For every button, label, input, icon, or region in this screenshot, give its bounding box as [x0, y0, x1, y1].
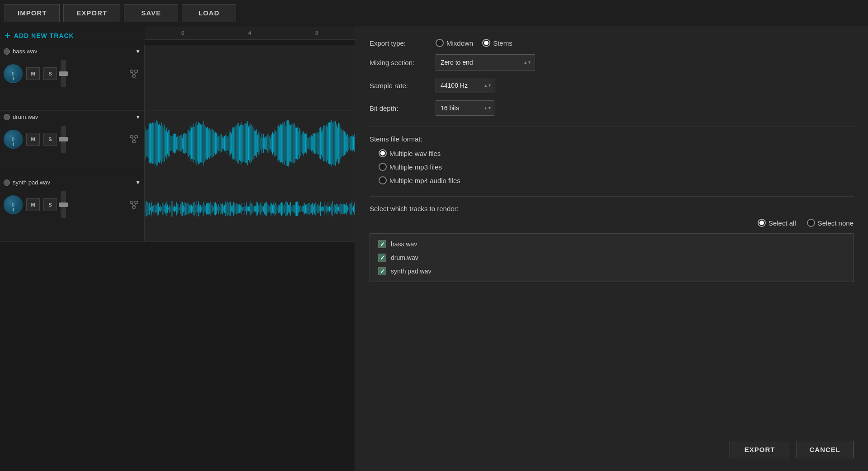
- dialog-cancel-button[interactable]: CANCEL: [797, 441, 854, 458]
- radio-mixdown[interactable]: Mixdown: [436, 39, 473, 47]
- sample-rate-select[interactable]: 22050 Hz 44100 Hz 48000 Hz 96000 Hz: [436, 78, 494, 93]
- track-lower-controls-synth: 0 M S: [4, 191, 141, 218]
- knob-synth[interactable]: 0: [4, 195, 23, 214]
- svg-line-4: [134, 72, 136, 75]
- checkbox-row-synth: synth pad.wav: [378, 267, 845, 275]
- checkbox-bass[interactable]: [378, 240, 386, 248]
- radio-mp4[interactable]: Multiple mp4 audio files: [379, 176, 854, 184]
- track-dropdown-drum[interactable]: ▼: [135, 114, 141, 120]
- routing-button-synth[interactable]: [127, 198, 141, 212]
- bit-depth-label: Bit depth:: [370, 104, 428, 112]
- table-row: drum.wav ▼ 0 M S: [0, 111, 355, 176]
- svg-line-9: [134, 138, 136, 141]
- radio-wav-label: Multiple wav files: [389, 150, 441, 157]
- import-button[interactable]: IMPORT: [5, 4, 60, 22]
- track-selection-box: bass.wav drum.wav synth pad.wav: [370, 233, 854, 282]
- knob-value-drum: 0: [12, 137, 14, 142]
- fader-synth[interactable]: [61, 191, 66, 218]
- table-row: bass.wav ▼ 0 M S: [0, 45, 355, 111]
- track-lower-controls-drum: 0 M S: [4, 126, 141, 153]
- ruler-mark-8: 8: [283, 30, 350, 36]
- svg-rect-12: [133, 206, 135, 208]
- svg-line-8: [132, 138, 134, 141]
- format-options: Multiple wav files Multiple mp3 files Mu…: [379, 149, 854, 184]
- track-name-synth: synth pad.wav: [13, 179, 133, 186]
- radio-wav[interactable]: Multiple wav files: [379, 149, 854, 157]
- save-button[interactable]: SAVE: [124, 4, 178, 22]
- radio-mixdown-label: Mixdown: [446, 39, 473, 47]
- radio-mp3[interactable]: Multiple mp3 files: [379, 163, 854, 171]
- track-controls-synth: synth pad.wav ▼ 0 M S: [0, 176, 145, 241]
- radio-stems[interactable]: Stems: [482, 39, 512, 47]
- export-button[interactable]: EXPORT: [63, 4, 120, 22]
- radio-stems-circle: [482, 39, 490, 47]
- track-name-bass: bass.wav: [13, 48, 133, 55]
- svg-rect-6: [135, 136, 138, 138]
- fader-handle-bass: [59, 71, 68, 76]
- export-type-radio-group: Mixdown Stems: [436, 39, 512, 47]
- mixing-section-select-wrapper: Zero to end Selection Custom: [436, 54, 535, 71]
- bit-depth-row: Bit depth: 8 bits 16 bits 24 bits 32 bit…: [370, 100, 854, 116]
- radio-select-none[interactable]: Select none: [807, 219, 854, 227]
- divider-2: [370, 196, 854, 197]
- ruler-mark-4: 4: [216, 30, 283, 36]
- svg-line-14: [134, 203, 136, 206]
- track-led-drum[interactable]: [4, 114, 10, 120]
- checkbox-drum[interactable]: [378, 254, 386, 262]
- fader-container-bass: [61, 60, 123, 87]
- mixing-section-select[interactable]: Zero to end Selection Custom: [436, 54, 535, 71]
- track-led-bass[interactable]: [4, 48, 10, 55]
- track-dropdown-synth[interactable]: ▼: [135, 179, 141, 186]
- solo-button-synth[interactable]: S: [43, 198, 57, 211]
- waveform-bass: [145, 45, 355, 110]
- track-led-synth[interactable]: [4, 179, 10, 186]
- radio-select-all[interactable]: Select all: [758, 219, 796, 227]
- divider-1: [370, 127, 854, 127]
- tracks-container: bass.wav ▼ 0 M S: [0, 45, 355, 471]
- mute-button-synth[interactable]: M: [26, 198, 40, 211]
- dialog-export-button[interactable]: EXPORT: [730, 441, 790, 458]
- sample-rate-label: Sample rate:: [370, 82, 428, 89]
- track-header-bass: bass.wav ▼: [4, 48, 141, 55]
- svg-rect-2: [133, 75, 135, 77]
- fader-handle-drum: [59, 137, 68, 141]
- routing-button-drum[interactable]: [127, 132, 141, 146]
- checkbox-label-synth: synth pad.wav: [391, 268, 432, 275]
- knob-value-bass: 0: [12, 71, 14, 76]
- svg-line-13: [132, 203, 134, 206]
- export-panel: Export type: Mixdown Stems Mixing sectio…: [355, 26, 868, 471]
- waveform-synth: [145, 176, 355, 241]
- radio-select-all-label: Select all: [768, 219, 796, 227]
- solo-button-bass[interactable]: S: [43, 67, 57, 80]
- fader-bass[interactable]: [61, 60, 66, 87]
- svg-rect-5: [130, 136, 133, 138]
- svg-rect-10: [130, 201, 133, 203]
- mixing-section-label: Mixing section:: [370, 59, 428, 66]
- checkbox-row-bass: bass.wav: [378, 240, 845, 248]
- solo-button-drum[interactable]: S: [43, 133, 57, 146]
- toolbar: IMPORT EXPORT SAVE LOAD: [0, 0, 868, 26]
- mute-button-bass[interactable]: M: [26, 67, 40, 80]
- select-tracks-label: Select which tracks to render:: [370, 205, 854, 212]
- waveform-drum: [145, 111, 355, 176]
- track-dropdown-bass[interactable]: ▼: [135, 48, 141, 55]
- knob-drum[interactable]: 0: [4, 130, 23, 149]
- track-lower-controls-bass: 0 M S: [4, 60, 141, 87]
- radio-mp3-label: Multiple mp3 files: [389, 163, 442, 171]
- load-button[interactable]: LOAD: [182, 4, 236, 22]
- add-track-plus-icon[interactable]: +: [5, 30, 10, 42]
- fader-drum[interactable]: [61, 126, 66, 153]
- knob-bass[interactable]: 0: [4, 64, 23, 83]
- daw-panel: + ADD NEW TRACK 0 4 8 bass.wav ▼: [0, 26, 355, 471]
- checkbox-label-drum: drum.wav: [391, 254, 418, 261]
- ruler-marks: 0 4 8: [149, 30, 350, 36]
- mute-button-drum[interactable]: M: [26, 133, 40, 146]
- mixing-section-row: Mixing section: Zero to end Selection Cu…: [370, 54, 854, 71]
- bit-depth-wrapper: 8 bits 16 bits 24 bits 32 bits: [436, 100, 494, 116]
- add-track-bar: + ADD NEW TRACK: [0, 26, 145, 45]
- checkbox-synth[interactable]: [378, 267, 386, 275]
- fader-container-synth: [61, 191, 123, 218]
- track-header-synth: synth pad.wav ▼: [4, 179, 141, 186]
- bit-depth-select[interactable]: 8 bits 16 bits 24 bits 32 bits: [436, 100, 494, 116]
- routing-button-bass[interactable]: [127, 67, 141, 80]
